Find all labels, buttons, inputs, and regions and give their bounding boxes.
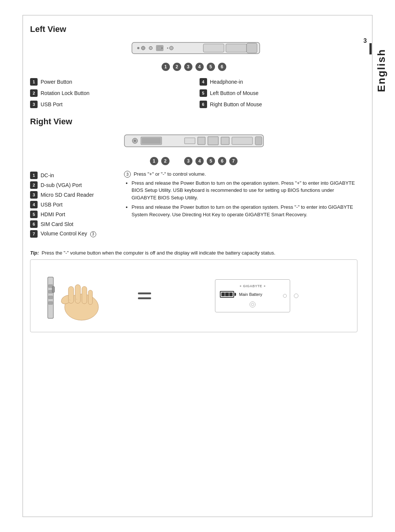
svg-rect-32 — [68, 286, 74, 303]
right-num-badge-3: 3 — [30, 191, 38, 199]
accent-bar — [369, 43, 372, 54]
left-view-section: Left View — [30, 24, 357, 109]
equals-divider — [138, 292, 151, 299]
right-diagram-numbers: 1 2 3 4 5 6 7 — [150, 157, 238, 165]
left-view-items: 1 Power Button 4 Headphone-in 2 Rotation… — [30, 77, 357, 109]
right-item-6: 6 SIM Card Slot — [30, 219, 113, 229]
left-num-2: 2 — [173, 63, 181, 71]
page-border-right — [372, 15, 372, 517]
left-item-1: 1 Power Button — [30, 77, 188, 87]
right-num-5: 5 — [207, 157, 215, 165]
item-num-3: 3 — [30, 101, 38, 108]
right-items-layout: 1 DC-in 2 D-sub (VGA) Port 3 Micro SD Ca… — [30, 170, 357, 239]
right-num-badge-1: 1 — [30, 172, 38, 179]
note-bullet-1: Press and release the Power Button to tu… — [132, 179, 357, 202]
battery-bar-3 — [229, 292, 233, 296]
page-border-bottom — [23, 517, 372, 517]
right-item-7: 7 Volume Control Key 3 — [30, 229, 113, 239]
item-label-5: Left Button of Mouse — [210, 90, 259, 96]
left-diagram-numbers: 1 2 3 4 5 6 — [162, 63, 226, 71]
note-circle-3: 3 — [124, 171, 131, 178]
svg-rect-17 — [142, 138, 161, 144]
logo-dots-left — [240, 285, 241, 287]
hand-device-svg — [36, 266, 127, 326]
right-num-badge-4: 4 — [30, 201, 38, 208]
svg-rect-35 — [88, 290, 92, 304]
svg-rect-18 — [185, 138, 195, 144]
right-num-2: 2 — [161, 157, 170, 165]
left-view-diagram: 1 2 3 4 5 6 — [30, 39, 357, 71]
right-items-list: 1 DC-in 2 D-sub (VGA) Port 3 Micro SD Ca… — [30, 170, 113, 239]
item-label-4: Headphone-in — [210, 79, 243, 85]
battery-row: Main Battery — [220, 291, 285, 298]
item-label-6: Right Button of Mouse — [210, 101, 262, 107]
svg-rect-28 — [48, 301, 53, 304]
equals-top — [138, 292, 151, 294]
right-view-diagram: 1 2 3 4 5 6 7 — [30, 131, 357, 165]
svg-rect-8 — [226, 44, 247, 52]
svg-rect-21 — [221, 137, 229, 145]
tip-screen: GIGABYTE — [162, 279, 351, 312]
svg-rect-20 — [208, 137, 218, 145]
battery-label: Main Battery — [239, 292, 262, 297]
right-num-6: 6 — [218, 157, 226, 165]
right-label-2: D-sub (VGA) Port — [41, 182, 82, 188]
left-item-5: 5 Left Button of Mouse — [200, 88, 358, 98]
right-view-title: Right View — [30, 117, 357, 127]
right-label-7: Volume Control Key 3 — [41, 231, 96, 237]
screen-wrapper: GIGABYTE — [215, 279, 298, 312]
svg-rect-29 — [52, 286, 54, 292]
svg-rect-26 — [48, 290, 53, 293]
note-bullets: Press and release the Power Button to tu… — [124, 179, 357, 219]
side-indicator — [294, 294, 298, 298]
right-label-3: Micro SD Card Reader — [41, 192, 94, 198]
gigabyte-brand: GIGABYTE — [243, 284, 262, 288]
item-label-1: Power Button — [41, 79, 72, 85]
note-volume: 3 Press "+" or "-" to control volume. Pr… — [124, 170, 357, 218]
gigabyte-logo-row: GIGABYTE — [220, 284, 285, 288]
gigabyte-display: GIGABYTE — [215, 279, 290, 312]
svg-point-3 — [150, 47, 151, 49]
right-view-svg — [113, 131, 275, 155]
right-label-4: USB Port — [41, 202, 62, 208]
tip-section: Tip: Press the "-" volume button when th… — [30, 250, 357, 332]
note-heading: Press "+" or "-" to control volume. — [134, 171, 206, 177]
svg-point-1 — [141, 46, 145, 50]
right-label-5: HDMI Port — [41, 211, 65, 217]
equals-bottom — [138, 297, 151, 299]
svg-rect-9 — [247, 43, 257, 53]
battery-tip — [235, 293, 236, 296]
left-num-1: 1 — [162, 63, 170, 71]
svg-rect-27 — [48, 296, 53, 299]
right-num-badge-5: 5 — [30, 211, 38, 218]
left-item-2: 2 Rotation Lock Button — [30, 88, 188, 98]
screen-circle-right — [283, 294, 287, 298]
svg-rect-25 — [48, 285, 53, 288]
left-item-3: 3 USB Port — [30, 99, 188, 109]
right-num-7: 7 — [229, 157, 238, 165]
right-item-3: 3 Micro SD Card Reader — [30, 190, 113, 200]
right-item-2: 2 D-sub (VGA) Port — [30, 180, 113, 190]
left-view-title: Left View — [30, 24, 357, 34]
page-border-top — [23, 15, 372, 15]
main-content: Left View — [30, 21, 357, 336]
right-num-badge-7: 7 — [30, 230, 38, 238]
left-view-svg — [113, 39, 275, 61]
page-border-left — [23, 15, 23, 517]
left-num-6: 6 — [218, 63, 226, 71]
svg-rect-34 — [82, 286, 87, 304]
right-item-5: 5 HDMI Port — [30, 209, 113, 219]
svg-point-11 — [161, 48, 162, 49]
svg-rect-19 — [198, 137, 205, 145]
item-label-3: USB Port — [41, 101, 62, 107]
screen-home-button — [250, 301, 256, 307]
page-number: 3 — [363, 38, 367, 44]
svg-rect-23 — [255, 137, 262, 145]
tip-text: Tip: Press the "-" volume button when th… — [30, 250, 357, 256]
right-num-4: 4 — [195, 157, 204, 165]
battery-bar-2 — [225, 292, 229, 296]
right-num-badge-6: 6 — [30, 220, 38, 228]
tip-illustration: GIGABYTE — [30, 259, 357, 332]
tip-label: Tip: — [30, 250, 39, 256]
right-item-1: 1 DC-in — [30, 170, 113, 180]
